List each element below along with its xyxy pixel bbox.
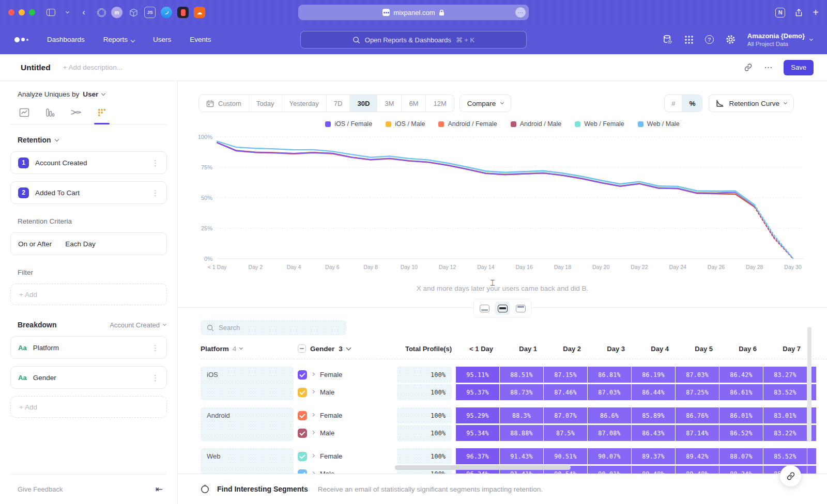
- range-6m[interactable]: 6M: [402, 95, 426, 112]
- retention-value-cell[interactable]: 85.52%: [763, 448, 807, 464]
- series-checkbox[interactable]: [298, 429, 307, 438]
- nav-item-events[interactable]: Events: [190, 36, 211, 43]
- horizontal-scrollbar[interactable]: [395, 465, 571, 470]
- retention-value-cell[interactable]: 83.52%: [763, 384, 807, 400]
- series-checkbox[interactable]: [298, 452, 307, 461]
- legend-item[interactable]: Android / Female: [438, 119, 497, 129]
- chevron-right-icon[interactable]: [311, 372, 315, 375]
- retention-value-cell[interactable]: 87.46%: [544, 384, 587, 400]
- layout-table-only-toggle[interactable]: [513, 302, 528, 315]
- retention-value-cell[interactable]: 86.42%: [719, 367, 763, 383]
- share-link-button[interactable]: [780, 465, 801, 486]
- tab-chevron-down-icon[interactable]: [61, 6, 73, 19]
- give-feedback-link[interactable]: Give Feedback: [18, 485, 63, 493]
- more-options-icon[interactable]: ⋮: [151, 374, 159, 382]
- retention-value-cell[interactable]: 91.43%: [500, 448, 543, 464]
- legend-item[interactable]: iOS / Male: [386, 119, 425, 129]
- retention-criteria-card[interactable]: On or After Each Day: [10, 232, 167, 255]
- retention-value-cell[interactable]: 95.11%: [456, 367, 499, 383]
- tab-funnels[interactable]: [43, 107, 57, 118]
- retention-value-cell[interactable]: 87.03%: [588, 384, 631, 400]
- breakdown-card-platform[interactable]: AaPlatform⋮: [10, 336, 167, 359]
- extension-bird-icon[interactable]: [161, 7, 172, 18]
- gender-column-header[interactable]: Gender 3: [298, 344, 397, 353]
- report-title[interactable]: Untitled: [21, 63, 51, 72]
- criteria-each-day[interactable]: Each Day: [65, 240, 96, 248]
- segments-title[interactable]: Find Interesting Segments: [217, 485, 308, 493]
- retention-value-cell[interactable]: 86.76%: [676, 407, 719, 423]
- legend-item[interactable]: Web / Female: [575, 119, 624, 129]
- global-search[interactable]: Open Reports & Dashboards ⌘ + K: [300, 31, 527, 49]
- breakdown-scope-dropdown[interactable]: Account Created: [110, 321, 166, 329]
- retention-value-cell[interactable]: 87.15%: [544, 367, 587, 383]
- minimize-window-icon[interactable]: [19, 9, 25, 15]
- retention-value-cell[interactable]: 86.43%: [632, 425, 675, 441]
- add-description[interactable]: + Add description...: [63, 64, 122, 71]
- tab-flows[interactable]: [69, 107, 83, 118]
- nav-item-users[interactable]: Users: [153, 36, 171, 43]
- more-options-icon[interactable]: ⋮: [151, 344, 159, 352]
- retention-value-cell[interactable]: 88.07%: [719, 448, 763, 464]
- retention-value-cell[interactable]: 87.03%: [676, 367, 719, 383]
- percent-mode-toggle[interactable]: %: [682, 95, 702, 112]
- retention-value-cell[interactable]: 96.37%: [456, 448, 499, 464]
- retention-value-cell[interactable]: 83.27%: [763, 367, 807, 383]
- chevron-right-icon[interactable]: [311, 471, 315, 474]
- legend-item[interactable]: iOS / Female: [325, 119, 372, 129]
- settings-gear-icon[interactable]: [725, 34, 736, 45]
- legend-item[interactable]: Web / Male: [638, 119, 680, 129]
- legend-item[interactable]: Android / Male: [511, 119, 562, 129]
- range-7d[interactable]: 7D: [327, 95, 350, 112]
- retention-value-cell[interactable]: 95.37%: [456, 384, 499, 400]
- close-window-icon[interactable]: [8, 9, 14, 15]
- retention-value-cell[interactable]: 85.89%: [632, 407, 675, 423]
- share-icon[interactable]: [794, 8, 803, 17]
- retention-value-cell[interactable]: 88.3%: [500, 407, 543, 423]
- apps-grid-icon[interactable]: [684, 35, 694, 44]
- retention-value-cell[interactable]: 83.22%: [763, 425, 807, 441]
- nav-item-dashboards[interactable]: Dashboards: [47, 36, 85, 43]
- retention-value-cell[interactable]: 90.01%: [588, 466, 631, 474]
- copy-link-icon[interactable]: [744, 63, 753, 72]
- retention-value-cell[interactable]: 89.42%: [676, 448, 719, 464]
- select-all-checkbox[interactable]: [298, 344, 306, 353]
- extension-cube-icon[interactable]: [128, 7, 139, 18]
- retention-value-cell[interactable]: 89.48%: [632, 466, 675, 474]
- chevron-right-icon[interactable]: [311, 413, 315, 416]
- retention-step-card[interactable]: 1Account Created⋮: [10, 151, 167, 174]
- retention-value-cell[interactable]: 90.07%: [588, 448, 631, 464]
- retention-chart[interactable]: 0%25%50%75%100%< 1 DayDay 2Day 4Day 6Day…: [187, 130, 813, 279]
- save-button[interactable]: Save: [784, 60, 814, 75]
- retention-section-header[interactable]: Retention: [18, 136, 167, 144]
- retention-value-cell[interactable]: 90.51%: [544, 448, 587, 464]
- platform-column-header[interactable]: Platform 4: [201, 345, 298, 353]
- retention-value-cell[interactable]: 86.6%: [588, 407, 631, 423]
- retention-value-cell[interactable]: 83.01%: [763, 407, 807, 423]
- retention-value-cell[interactable]: 89.48%: [676, 466, 719, 474]
- mixpanel-logo-icon[interactable]: [14, 37, 28, 42]
- series-checkbox[interactable]: [298, 370, 307, 380]
- count-mode-toggle[interactable]: #: [665, 95, 683, 112]
- retention-value-cell[interactable]: 86.81%: [588, 367, 631, 383]
- address-bar[interactable]: mixpanel.com ⋯: [298, 5, 529, 20]
- more-options-icon[interactable]: ⋮: [151, 159, 159, 167]
- retention-value-cell[interactable]: 86.44%: [632, 384, 675, 400]
- analyze-value-dropdown[interactable]: User: [83, 90, 98, 98]
- retention-value-cell[interactable]: 88.51%: [500, 367, 543, 383]
- range-30d[interactable]: 30D: [350, 95, 377, 112]
- tab-retention[interactable]: [95, 107, 109, 118]
- back-icon[interactable]: ‹: [78, 6, 90, 19]
- retention-value-cell[interactable]: 86.52%: [719, 425, 763, 441]
- table-search-input[interactable]: [219, 324, 322, 332]
- retention-value-cell[interactable]: 87.14%: [676, 425, 719, 441]
- range-12m[interactable]: 12M: [426, 95, 453, 112]
- retention-value-cell[interactable]: 86.01%: [719, 407, 763, 423]
- more-actions-icon[interactable]: ⋯: [764, 62, 772, 72]
- extensions-menu-icon[interactable]: ⋯: [515, 7, 526, 18]
- retention-value-cell[interactable]: 87.07%: [544, 407, 587, 423]
- chevron-right-icon[interactable]: [311, 430, 315, 434]
- retention-value-cell[interactable]: 88.73%: [500, 384, 543, 400]
- help-icon[interactable]: ?: [705, 35, 714, 44]
- extension-ring-icon[interactable]: [97, 8, 106, 17]
- extension-m-icon[interactable]: m: [111, 7, 122, 18]
